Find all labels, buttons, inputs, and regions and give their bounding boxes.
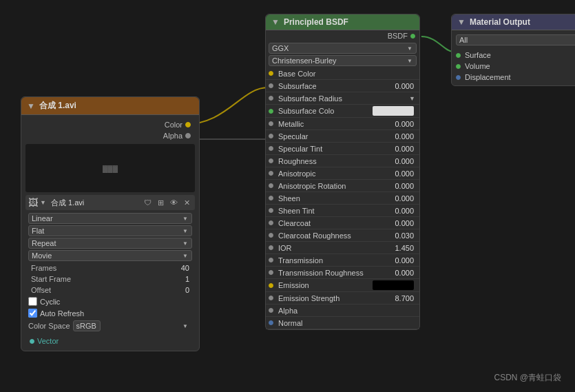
vector-label: Vector bbox=[37, 337, 59, 345]
interpolation-select[interactable]: Linear bbox=[28, 213, 192, 224]
auto-refresh-checkbox[interactable] bbox=[28, 309, 37, 318]
bsdf-row-transmission-roughness: Transmission Roughness 0.000 bbox=[266, 267, 419, 279]
color-space-select[interactable]: sRGB bbox=[73, 320, 101, 331]
image-btn-copy[interactable]: ⊞ bbox=[156, 198, 166, 208]
cyclic-row: Cyclic bbox=[25, 296, 195, 307]
matout-displacement-row: Displacement bbox=[452, 72, 575, 83]
material-output-node: ▼ Material Output All Surface Volume Dis… bbox=[451, 14, 575, 86]
anisotropic-label: Anisotropic bbox=[275, 169, 388, 178]
displacement-socket[interactable] bbox=[456, 75, 461, 80]
roughness-value: 0.000 bbox=[388, 157, 419, 165]
extension-select[interactable]: Flat bbox=[28, 225, 192, 236]
alpha-bsdf-label: Alpha bbox=[275, 307, 419, 315]
repeat-select[interactable]: Repeat bbox=[28, 238, 192, 249]
bsdf-row-subsurface-color: Subsurface Colo bbox=[266, 105, 419, 118]
clearcoat-label: Clearcoat bbox=[275, 219, 388, 227]
bsdf-row-sheen: Sheen 0.000 bbox=[266, 192, 419, 205]
matout-dropdown-select[interactable]: All bbox=[456, 34, 575, 45]
bsdf-output-socket[interactable] bbox=[410, 34, 415, 39]
frames-value: 40 bbox=[165, 264, 192, 272]
type-select[interactable]: Movie bbox=[28, 250, 192, 261]
alpha-socket-label: Alpha bbox=[163, 132, 182, 140]
emission-strength-label: Emission Strength bbox=[275, 294, 388, 302]
volume-socket[interactable] bbox=[456, 64, 461, 69]
christensen-dropdown-wrap: Christensen-Burley bbox=[269, 55, 417, 66]
vector-socket-row: Vector bbox=[25, 336, 195, 347]
surface-socket[interactable] bbox=[456, 53, 461, 58]
compose-collapse-arrow[interactable]: ▼ bbox=[27, 101, 35, 111]
specular-socket[interactable] bbox=[269, 134, 273, 138]
transmission-socket[interactable] bbox=[269, 258, 273, 262]
ior-socket[interactable] bbox=[269, 245, 273, 250]
clearcoat-roughness-value: 0.030 bbox=[388, 231, 419, 240]
color-socket-row: Color bbox=[25, 119, 195, 130]
transmission-label: Transmission bbox=[275, 256, 388, 265]
volume-label: Volume bbox=[465, 62, 490, 70]
base-color-socket[interactable] bbox=[269, 71, 273, 76]
matout-node-content: All Surface Volume Displacement bbox=[452, 30, 575, 85]
frames-row: Frames 40 bbox=[25, 262, 195, 274]
alpha-socket[interactable] bbox=[185, 133, 191, 138]
roughness-socket[interactable] bbox=[269, 158, 273, 163]
cyclic-checkbox[interactable] bbox=[28, 297, 37, 306]
emission-color-swatch[interactable] bbox=[373, 280, 414, 290]
subsurface-color-swatch[interactable] bbox=[373, 106, 414, 116]
transmission-roughness-socket[interactable] bbox=[269, 270, 273, 275]
subsurface-radius-label: Subsurface Radius bbox=[275, 94, 409, 103]
bsdf-row-clearcoat: Clearcoat 0.000 bbox=[266, 217, 419, 229]
alpha-bsdf-socket[interactable] bbox=[269, 308, 273, 313]
ggx-select[interactable]: GGX bbox=[269, 43, 417, 54]
clearcoat-roughness-label: Clearcoat Roughness bbox=[275, 231, 388, 240]
normal-socket[interactable] bbox=[269, 320, 273, 325]
color-socket-label: Color bbox=[165, 121, 182, 129]
base-color-socket-wrap bbox=[266, 71, 275, 76]
sheen-socket[interactable] bbox=[269, 196, 273, 200]
normal-label: Normal bbox=[275, 319, 419, 327]
emission-label: Emission bbox=[275, 281, 373, 289]
bsdf-row-subsurface: Subsurface 0.000 bbox=[266, 80, 419, 92]
emission-socket[interactable] bbox=[269, 283, 273, 288]
vector-socket[interactable] bbox=[30, 339, 34, 344]
offset-value: 0 bbox=[165, 286, 192, 294]
bsdf-row-sheen-tint: Sheen Tint 0.000 bbox=[266, 205, 419, 217]
bsdf-row-emission: Emission bbox=[266, 279, 419, 292]
matout-node-title: Material Output bbox=[470, 17, 530, 27]
metallic-socket[interactable] bbox=[269, 121, 273, 126]
watermark: CSDN @青蛙口袋 bbox=[494, 372, 561, 384]
compose-node-content: Color Alpha ▓▓▓ 🖼 ▼ 合成 1.avi 🛡 ⊞ 👁 ✕ Lin… bbox=[21, 115, 199, 351]
bsdf-row-anisotropic-rotation: Anisotropic Rotation 0.000 bbox=[266, 180, 419, 192]
dropdown-arrow-img[interactable]: ▼ bbox=[40, 199, 46, 206]
emission-strength-socket[interactable] bbox=[269, 296, 273, 300]
bsdf-row-specular: Specular 0.000 bbox=[266, 130, 419, 143]
clearcoat-roughness-socket[interactable] bbox=[269, 233, 273, 238]
image-toolbar: 🖼 ▼ 合成 1.avi 🛡 ⊞ 👁 ✕ bbox=[25, 195, 195, 210]
bsdf-row-subsurface-radius: Subsurface Radius ▼ bbox=[266, 92, 419, 105]
image-btn-eye[interactable]: 👁 bbox=[168, 198, 180, 207]
image-btn-close[interactable]: ✕ bbox=[182, 198, 192, 208]
metallic-value: 0.000 bbox=[388, 120, 419, 128]
clearcoat-socket[interactable] bbox=[269, 220, 273, 225]
bsdf-node-header: ▼ Principled BSDF bbox=[266, 14, 419, 30]
color-space-label: Color Space bbox=[28, 322, 70, 330]
subsurface-label: Subsurface bbox=[275, 82, 388, 90]
specular-tint-socket[interactable] bbox=[269, 146, 273, 151]
specular-tint-label: Specular Tint bbox=[275, 145, 388, 153]
subsurface-value: 0.000 bbox=[388, 82, 419, 90]
sheen-tint-socket[interactable] bbox=[269, 208, 273, 213]
christensen-select[interactable]: Christensen-Burley bbox=[269, 55, 417, 66]
image-btn-shield[interactable]: 🛡 bbox=[142, 198, 154, 207]
matout-collapse-arrow[interactable]: ▼ bbox=[457, 17, 466, 27]
bsdf-collapse-arrow[interactable]: ▼ bbox=[271, 17, 280, 27]
subsurface-color-socket[interactable] bbox=[269, 109, 273, 114]
subsurface-socket[interactable] bbox=[269, 83, 273, 88]
sheen-value: 0.000 bbox=[388, 194, 419, 203]
subsurface-radius-socket[interactable] bbox=[269, 96, 273, 101]
bsdf-output-row: BSDF bbox=[266, 30, 419, 41]
color-space-arrow: ▼ bbox=[182, 323, 188, 329]
anisotropic-rotation-socket[interactable] bbox=[269, 183, 273, 188]
ior-label: IOR bbox=[275, 244, 388, 252]
color-socket[interactable] bbox=[185, 122, 191, 127]
auto-refresh-row: Auto Refresh bbox=[25, 307, 195, 319]
compose-node-header: ▼ 合成 1.avi bbox=[21, 97, 199, 115]
anisotropic-socket[interactable] bbox=[269, 171, 273, 176]
